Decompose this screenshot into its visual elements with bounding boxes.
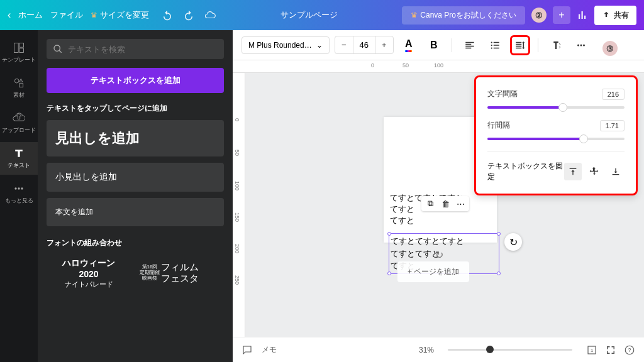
svg-rect-2 (19, 48, 24, 53)
fullscreen-icon[interactable] (605, 344, 616, 356)
line-spacing-value[interactable]: 1.71 (600, 120, 625, 131)
text-color-button[interactable]: A (399, 35, 419, 55)
add-body-button[interactable]: 本文を追加 (47, 198, 224, 226)
vertical-text-button[interactable] (546, 35, 566, 55)
font-combo-label: フォントの組み合わせ (47, 238, 224, 248)
font-selector[interactable]: M Plus Rounded ...⌄ (242, 36, 330, 54)
font-combo-2[interactable]: 第16回 定期開催 映画祭 フィルム フェスタ (140, 257, 224, 289)
insights-icon[interactable] (577, 9, 588, 21)
font-size-stepper[interactable]: − 46 + (335, 36, 394, 54)
topbar: ‹ ホーム ファイル ♛サイズを変更 サンプルページ ♛Canva Proをお試… (0, 0, 644, 30)
anchor-label: テキストボックスを固定 (487, 161, 564, 182)
text-toolbar: M Plus Rounded ...⌄ − 46 + A B ③ (233, 30, 644, 60)
resize-button[interactable]: ♛サイズを変更 (91, 9, 149, 21)
crown-icon: ♛ (91, 11, 97, 19)
spacing-button[interactable] (510, 35, 530, 55)
rail-elements[interactable]: 素材 (0, 72, 38, 104)
anchor-bottom-button[interactable] (607, 163, 625, 180)
letter-spacing-value[interactable]: 216 (602, 89, 625, 100)
back-icon[interactable]: ‹ (8, 9, 11, 21)
callout-3: ③ (602, 41, 618, 56)
duplicate-icon[interactable]: ⧉ (424, 197, 436, 210)
add-subheading-button[interactable]: 小見出しを追加 (47, 163, 224, 192)
more-options-button[interactable] (571, 35, 591, 55)
search-icon (53, 44, 63, 54)
svg-point-9 (491, 44, 492, 45)
font-size-value[interactable]: 46 (353, 36, 375, 53)
grid-view-icon[interactable]: 1 (586, 344, 597, 356)
ruler-horizontal: 0 50 100 (233, 60, 644, 73)
svg-point-13 (583, 44, 585, 46)
list-button[interactable] (485, 35, 505, 55)
rail-template[interactable]: テンプレート (0, 36, 38, 69)
undo-icon[interactable] (162, 9, 173, 21)
refresh-icon[interactable]: ↻ (435, 249, 448, 261)
document-title[interactable]: サンプルページ (223, 9, 394, 21)
footer-bar: メモ 31% 1 ? (233, 337, 644, 362)
svg-text:?: ? (628, 348, 631, 353)
redo-icon[interactable] (183, 9, 194, 21)
delete-icon[interactable]: 🗑 (439, 197, 452, 210)
search-box[interactable] (47, 39, 224, 59)
svg-point-10 (491, 47, 492, 48)
svg-point-8 (491, 41, 492, 43)
canvas-area: M Plus Rounded ...⌄ − 46 + A B ③ 0 50 10… (233, 30, 644, 362)
notes-label[interactable]: メモ (262, 344, 277, 355)
add-page-button[interactable]: + ページを追加 (397, 261, 469, 282)
zoom-value[interactable]: 31% (419, 346, 434, 354)
add-textbox-button[interactable]: テキストボックスを追加 (47, 68, 224, 93)
svg-point-11 (577, 44, 579, 46)
svg-point-6 (18, 187, 19, 189)
add-page-button[interactable]: + (553, 6, 570, 24)
selection-tools: ⧉ 🗑 ⋯ (421, 196, 469, 211)
anchor-middle-button[interactable] (586, 163, 603, 180)
svg-point-5 (14, 187, 16, 189)
bold-button[interactable]: B (424, 35, 444, 55)
line-spacing-slider[interactable] (487, 138, 625, 140)
add-heading-button[interactable]: 見出しを追加 (47, 120, 224, 156)
pro-trial-button[interactable]: ♛Canva Proをお試しください (402, 6, 525, 25)
tap-hint: テキストをタップしてページに追加 (47, 103, 224, 114)
letter-spacing-slider[interactable] (487, 106, 625, 109)
search-input[interactable] (68, 45, 218, 54)
topbar-left: ‹ ホーム ファイル ♛サイズを変更 (8, 9, 216, 21)
svg-text:1: 1 (591, 348, 593, 353)
decrease-size-button[interactable]: − (335, 36, 353, 53)
design-workspace[interactable]: てすとてすとてすと てすと てすと ⧉ 🗑 ⋯ てすとてすとてすと てすとてすと… (245, 73, 644, 362)
anchor-top-button[interactable] (564, 163, 582, 180)
file-button[interactable]: ファイル (50, 9, 83, 21)
home-button[interactable]: ホーム (18, 9, 43, 21)
svg-point-7 (21, 187, 23, 189)
rail-upload[interactable]: アップロード (0, 107, 38, 140)
ruler-vertical: 0 50 100 150 200 250 (233, 73, 245, 362)
text-panel: テキストボックスを追加 テキストをタップしてページに追加 見出しを追加 小見出し… (38, 30, 233, 362)
letter-spacing-label: 文字間隔 (487, 89, 518, 100)
svg-point-3 (14, 79, 19, 83)
zoom-slider[interactable] (448, 349, 572, 351)
nav-rail: テンプレート 素材 アップロード テキスト もっと見る (0, 30, 38, 362)
rail-more[interactable]: もっと見る (0, 177, 38, 210)
notes-icon[interactable] (242, 344, 253, 356)
more-icon[interactable]: ⋯ (454, 197, 467, 210)
cloud-save-icon[interactable] (204, 9, 216, 21)
help-icon[interactable]: ? (624, 344, 635, 356)
svg-rect-1 (19, 43, 24, 48)
increase-size-button[interactable]: + (375, 36, 393, 53)
crown-icon: ♛ (411, 11, 418, 19)
share-button[interactable]: 共有 (594, 6, 636, 25)
callout-2: ② (531, 8, 547, 23)
svg-point-12 (580, 44, 582, 46)
svg-rect-0 (14, 43, 19, 53)
svg-rect-4 (19, 84, 23, 87)
line-spacing-label: 行間隔 (487, 120, 510, 131)
font-combo-1[interactable]: ハロウィーン 2020 ナイトパレード (47, 257, 131, 289)
rail-text[interactable]: テキスト (0, 142, 38, 175)
rotate-handle[interactable]: ↻ (504, 233, 522, 251)
align-button[interactable] (460, 35, 480, 55)
spacing-popover: 文字間隔216 行間隔1.71 テキストボックスを固定 (474, 75, 638, 195)
chevron-down-icon: ⌄ (316, 41, 323, 50)
